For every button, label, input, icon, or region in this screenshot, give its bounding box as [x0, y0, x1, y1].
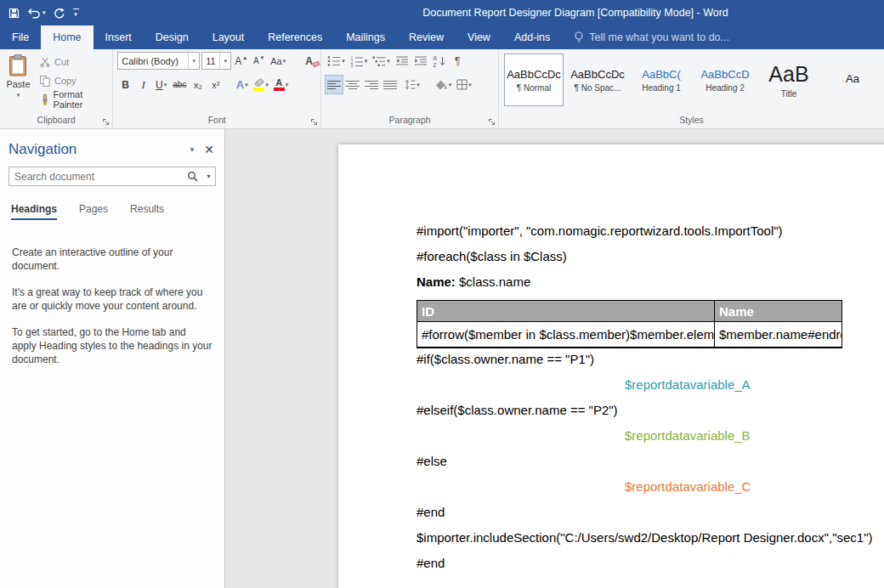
chevron-down-icon: ▾	[265, 82, 269, 88]
multilevel-list-button[interactable]: ▾	[371, 52, 392, 70]
line-spacing-button[interactable]: ▾	[400, 76, 422, 93]
nav-tab-pages[interactable]: Pages	[79, 203, 108, 220]
underline-button[interactable]: U▾	[153, 76, 169, 93]
save-button[interactable]	[8, 8, 20, 19]
tab-view[interactable]: View	[456, 25, 502, 49]
nav-tab-results[interactable]: Results	[130, 203, 164, 220]
style-subtitle-partial[interactable]: Aa	[823, 54, 882, 106]
style-heading-1[interactable]: AaBbC( Heading 1	[632, 54, 691, 106]
doc-line-elseif[interactable]: #elseif($class.owner.name == "P2")	[416, 403, 884, 418]
doc-line-include-section[interactable]: $importer.includeSection("C:/Users/swd2/…	[416, 530, 884, 546]
navigation-close-button[interactable]: ✕	[204, 143, 214, 156]
undo-button[interactable]: ▾	[27, 8, 46, 19]
tab-insert[interactable]: Insert	[94, 25, 144, 49]
paragraph-dialog-launcher[interactable]	[488, 118, 496, 126]
text-effects-button[interactable]: A▾	[234, 76, 250, 93]
search-input[interactable]	[9, 171, 182, 183]
decrease-indent-button[interactable]	[394, 52, 411, 70]
font-size-select[interactable]: 11 ▾	[201, 52, 231, 70]
tab-mailings[interactable]: Mailings	[334, 25, 397, 49]
align-right-button[interactable]	[363, 76, 380, 93]
style-heading-2[interactable]: AaBbCcD Heading 2	[695, 54, 755, 106]
shrink-font-button[interactable]: A▼	[251, 52, 267, 70]
format-painter-label: Format Painter	[53, 89, 107, 110]
copy-button[interactable]: Copy	[37, 72, 112, 89]
sort-az-icon: AZ	[433, 55, 446, 67]
numbering-button[interactable]: 123▾	[348, 52, 370, 70]
clipboard-dialog-launcher[interactable]	[102, 118, 110, 126]
doc-line-name[interactable]: Name: $class.name	[416, 274, 884, 290]
show-marks-button[interactable]: ¶	[450, 52, 466, 70]
align-right-icon	[365, 80, 378, 90]
doc-line-import[interactable]: #import("importer", "com.nomagic.reportw…	[416, 223, 884, 239]
shading-button[interactable]: ▾	[434, 76, 454, 93]
down-arrow-icon: ▼	[260, 55, 265, 60]
search-dropdown-button[interactable]: ▾	[202, 167, 215, 185]
dialog-launcher-icon	[102, 118, 110, 126]
tab-layout[interactable]: Layout	[201, 25, 257, 49]
tab-home[interactable]: Home	[41, 25, 93, 49]
align-center-button[interactable]	[344, 76, 361, 93]
table-header-id[interactable]: ID	[417, 301, 715, 322]
font-color-button[interactable]: A ▾	[272, 76, 291, 93]
bullets-button[interactable]: ▾	[326, 52, 347, 70]
chevron-down-icon: ▾	[245, 82, 248, 88]
align-left-button[interactable]	[326, 76, 343, 93]
chevron-down-icon: ▾	[387, 58, 390, 65]
bold-button[interactable]: B	[117, 76, 133, 93]
tab-design[interactable]: Design	[144, 25, 201, 49]
tell-me-box[interactable]: Tell me what you want to do...	[574, 25, 729, 49]
clear-formatting-button[interactable]: A	[301, 52, 317, 70]
highlight-button[interactable]: ▾	[252, 76, 270, 93]
align-left-icon	[327, 80, 341, 90]
styles-group: AaBbCcDc ¶ Normal AaBbCcDc ¶ No Spac... …	[499, 49, 884, 128]
superscript-button[interactable]: x²	[207, 76, 224, 93]
nav-tab-headings[interactable]: Headings	[11, 203, 57, 220]
document-page[interactable]: #import("importer", "com.nomagic.reportw…	[338, 144, 884, 588]
doc-line-else[interactable]: #else	[416, 454, 884, 469]
paste-button[interactable]: Paste ▾	[0, 49, 37, 113]
table-cell-member-name[interactable]: $member.name#endrow	[715, 322, 842, 348]
style-normal[interactable]: AaBbCcDc ¶ Normal	[504, 54, 564, 106]
strikethrough-button[interactable]: abc	[171, 76, 188, 93]
font-name-select[interactable]: Calibri (Body) ▾	[117, 52, 200, 70]
scissors-icon	[40, 57, 50, 67]
redo-button[interactable]	[54, 8, 65, 19]
subscript-button[interactable]: x₂	[190, 76, 206, 93]
cut-button[interactable]: Cut	[37, 54, 112, 71]
change-case-button[interactable]: Aa▾	[269, 52, 287, 70]
italic-button[interactable]: I	[135, 76, 151, 93]
tab-review[interactable]: Review	[397, 25, 456, 49]
borders-button[interactable]: ▾	[455, 76, 473, 93]
doc-line-variable-c[interactable]: $reportdatavariable_C	[625, 479, 884, 495]
doc-line-end-foreach[interactable]: #end	[416, 556, 884, 571]
increase-indent-button[interactable]	[412, 52, 429, 70]
doc-line-variable-b[interactable]: $reportdatavariable_B	[625, 428, 884, 444]
font-dialog-launcher[interactable]	[310, 118, 318, 126]
doc-line-if[interactable]: #if($class.owner.name == "P1")	[416, 352, 884, 367]
doc-line-end-if[interactable]: #end	[416, 505, 884, 520]
table-cell-forrow[interactable]: #forrow($member in $class.member)$member…	[417, 322, 715, 348]
grow-font-button[interactable]: A▲	[233, 52, 249, 70]
sort-button[interactable]: AZ	[431, 52, 448, 70]
doc-table: ID Name #forrow($member in $class.member…	[416, 300, 842, 348]
doc-line-variable-a[interactable]: $reportdatavariable_A	[625, 377, 884, 393]
table-header-name[interactable]: Name	[715, 301, 842, 322]
navigation-help: Create an interactive outline of your do…	[0, 246, 224, 379]
qat-customize-button[interactable]: ▾	[73, 8, 79, 17]
justify-button[interactable]	[382, 76, 399, 93]
doc-line-foreach[interactable]: #foreach($class in $Class)	[416, 249, 884, 264]
tab-references[interactable]: References	[256, 25, 334, 49]
style-no-spacing[interactable]: AaBbCcDc ¶ No Spac...	[568, 54, 627, 106]
tab-file[interactable]: File	[0, 25, 41, 49]
navigation-options-button[interactable]: ▾	[190, 145, 195, 154]
change-case-glyph: Aa	[270, 56, 281, 66]
style-name: Heading 2	[706, 83, 745, 93]
format-painter-button[interactable]: Format Painter	[37, 91, 112, 108]
font-size-value: 11	[202, 56, 219, 66]
nav-help-paragraph: To get started, go to the Home tab and a…	[12, 325, 212, 366]
search-button[interactable]	[182, 167, 202, 185]
style-title[interactable]: AaB Title	[759, 54, 819, 106]
clipboard-icon	[8, 54, 27, 76]
tab-add-ins[interactable]: Add-ins	[502, 25, 562, 49]
